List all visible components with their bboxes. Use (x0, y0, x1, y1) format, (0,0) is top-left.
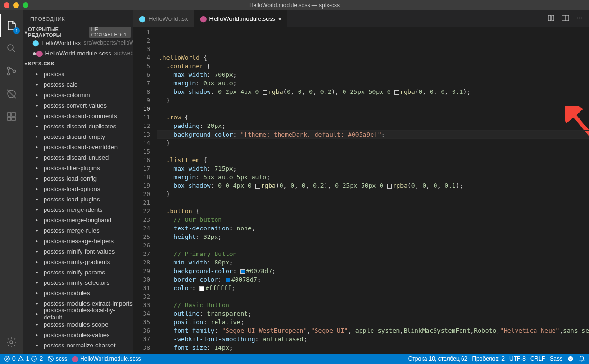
svg-rect-12 (548, 15, 551, 21)
source-control-icon[interactable] (0, 60, 23, 82)
folder-item[interactable]: ▸postcss-convert-values (23, 100, 133, 110)
code-line[interactable] (157, 147, 589, 156)
debug-icon[interactable] (0, 82, 23, 105)
search-icon[interactable] (0, 37, 23, 60)
status-lang-check[interactable]: scss (47, 355, 67, 362)
svg-line-28 (49, 357, 53, 361)
code-line[interactable]: color: #ffffff; (157, 284, 589, 292)
project-header[interactable]: ▾ SPFX-CSS (23, 58, 133, 69)
code-line[interactable]: margin: 5px auto 5px auto; (157, 173, 589, 182)
chevron-right-icon: ▸ (36, 113, 42, 118)
window-maximize-button[interactable] (23, 2, 28, 8)
folder-item[interactable]: ▸postcss-load-config (23, 173, 133, 183)
folder-item[interactable]: ▸postcss-load-plugins (23, 194, 133, 204)
folder-item[interactable]: ▸postcss-merge-rules (23, 225, 133, 236)
status-language[interactable]: Sass (550, 355, 562, 362)
code-line[interactable]: min-width: 80px; (157, 258, 589, 267)
code-line[interactable]: } (157, 190, 589, 199)
code-line[interactable]: .helloWorld { (157, 54, 589, 62)
folder-item[interactable]: ▸postcss-discard-duplicates (23, 121, 133, 131)
tab[interactable]: ⬤ HelloWorld.module.scss ● (194, 10, 288, 27)
folder-item[interactable]: ▸postcss (23, 69, 133, 79)
folder-item[interactable]: ▸postcss-merge-idents (23, 204, 133, 215)
code-line[interactable]: background-color: "[theme: themeDark, de… (157, 130, 589, 139)
open-editor-item[interactable]: ⬤ HelloWorld.module.scss src/webparts... (23, 48, 133, 58)
folder-item[interactable]: ▸postcss-normalize-charset (23, 340, 133, 350)
file-name: HelloWorld.tsx (41, 39, 81, 46)
chevron-right-icon: ▸ (36, 176, 42, 181)
folder-item[interactable]: ▸postcss-modules-local-by-default (23, 309, 133, 319)
code-line[interactable] (157, 241, 589, 250)
status-indentation[interactable]: Пробелов: 2 (472, 355, 505, 362)
code-line[interactable]: } (157, 96, 589, 105)
more-icon[interactable] (576, 14, 583, 23)
code-line[interactable]: border-color: #0078d7; (157, 275, 589, 284)
folder-item[interactable]: ▸postcss-colormin (23, 90, 133, 100)
code-line[interactable]: background-color: #0078d7; (157, 267, 589, 275)
folder-item[interactable]: ▸postcss-discard-empty (23, 131, 133, 142)
code-line[interactable]: // Our button (157, 216, 589, 224)
modified-dot-icon[interactable] (32, 49, 36, 57)
code-line[interactable]: .row { (157, 113, 589, 122)
code-line[interactable]: // Primary Button (157, 250, 589, 258)
code-line[interactable] (157, 199, 589, 207)
svg-rect-9 (12, 117, 15, 120)
code-line[interactable]: outline: transparent; (157, 309, 589, 318)
extensions-icon[interactable] (0, 105, 23, 128)
compare-changes-icon[interactable] (547, 14, 555, 23)
folder-name: postcss-modules-extract-imports (44, 300, 133, 307)
folder-item[interactable]: ▸postcss-minify-selectors (23, 277, 133, 288)
status-encoding[interactable]: UTF-8 (509, 355, 526, 362)
code-line[interactable]: max-width: 715px; (157, 164, 589, 173)
chevron-right-icon: ▸ (36, 291, 42, 295)
folder-item[interactable]: ▸postcss-calc (23, 79, 133, 90)
code-line[interactable]: position: relative; (157, 318, 589, 327)
folder-item[interactable]: ▸postcss-discard-comments (23, 110, 133, 121)
code-line[interactable]: .container { (157, 62, 589, 71)
code-line[interactable]: text-decoration: none; (157, 224, 589, 233)
code-editor[interactable]: 1234567891011121314151617181920212223242… (133, 27, 589, 354)
status-notifications-icon[interactable] (579, 355, 585, 362)
code-line[interactable]: // Basic Button (157, 301, 589, 309)
code-line[interactable]: } (157, 139, 589, 147)
code-line[interactable]: .button { (157, 207, 589, 216)
code-line[interactable]: box-shadow: 0 0 4px 0 rgba(0, 0, 0, 0.2)… (157, 182, 589, 190)
code-line[interactable]: .listItem { (157, 156, 589, 164)
folder-item[interactable]: ▸postcss-merge-longhand (23, 215, 133, 225)
code-line[interactable]: box-shadow: 0 2px 4px 0 rgba(0, 0, 0, 0.… (157, 88, 589, 96)
code-line[interactable] (157, 292, 589, 301)
status-feedback-icon[interactable] (567, 355, 574, 362)
window-minimize-button[interactable] (13, 2, 19, 8)
code-line[interactable]: font-family: "Segoe UI WestEuropean","Se… (157, 327, 589, 335)
code-line[interactable]: font-size: 14px; (157, 344, 589, 352)
code-line[interactable]: padding: 20px; (157, 122, 589, 130)
tab[interactable]: ⬤ HelloWorld.tsx (133, 10, 194, 27)
code-line[interactable]: max-width: 700px; (157, 71, 589, 79)
code-line[interactable]: margin: 0px auto; (157, 79, 589, 88)
status-file[interactable]: ⬤ HelloWorld.module.scss (72, 355, 141, 362)
status-cursor[interactable]: Строка 10, столбец 62 (408, 355, 468, 362)
code-line[interactable]: -webkit-font-smoothing: antialiased; (157, 335, 589, 344)
code-line[interactable]: font-weight: 400; (157, 352, 589, 354)
folder-name: postcss-discard-duplicates (44, 123, 116, 130)
folder-item[interactable]: ▸postcss-minify-params (23, 267, 133, 277)
status-eol[interactable]: CRLF (530, 355, 545, 362)
folder-item[interactable]: ▸postcss-filter-plugins (23, 163, 133, 173)
split-editor-icon[interactable] (562, 14, 569, 23)
folder-item[interactable]: ▸postcss-load-options (23, 183, 133, 194)
folder-item[interactable]: ▸postcss-minify-gradients (23, 256, 133, 267)
folder-item[interactable]: ▸postcss-modules-values (23, 329, 133, 340)
status-problems[interactable]: 0 1 2 (4, 355, 43, 362)
code-line[interactable] (157, 105, 589, 113)
folder-item[interactable]: ▸postcss-discard-overridden (23, 142, 133, 152)
open-editors-header[interactable]: ▾ ОТКРЫТЫЕ РЕДАКТОРЫ НЕ СОХРАНЕНО: 1 (23, 27, 133, 37)
explorer-icon[interactable]: 1 (0, 14, 23, 37)
folder-item[interactable]: ▸postcss-discard-unused (23, 152, 133, 163)
settings-gear-icon[interactable] (0, 331, 23, 354)
folder-item[interactable]: ▸postcss-modules (23, 288, 133, 298)
code-line[interactable]: height: 32px; (157, 233, 589, 241)
folder-item[interactable]: ▸postcss-minify-font-values (23, 246, 133, 256)
open-editor-item[interactable]: ⬤ HelloWorld.tsx src/webparts/helloWor..… (23, 37, 133, 48)
folder-item[interactable]: ▸postcss-message-helpers (23, 236, 133, 246)
window-close-button[interactable] (4, 2, 9, 8)
